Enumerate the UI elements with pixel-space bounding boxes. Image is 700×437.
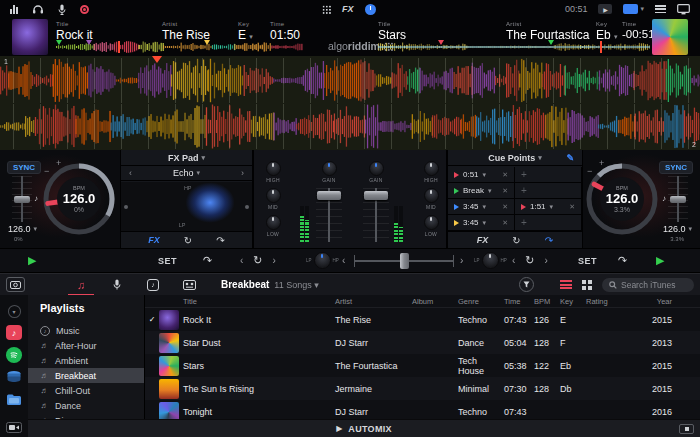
camera-icon[interactable] bbox=[6, 277, 25, 292]
automix-bar[interactable]: ▶ AUTOMIX bbox=[28, 419, 700, 437]
table-row[interactable]: Star DustDJ StarrDance05:04128F2013 bbox=[145, 331, 700, 354]
cue-delete-icon[interactable]: ✕ bbox=[502, 203, 508, 211]
deck1-gain-knob[interactable] bbox=[322, 161, 337, 176]
display-icon[interactable] bbox=[677, 4, 690, 15]
tab-music[interactable]: ♫ bbox=[63, 274, 99, 296]
table-row[interactable]: TonightDJ StarrTechno07:432016 bbox=[145, 400, 700, 419]
fx-tab[interactable]: FX bbox=[477, 235, 489, 245]
prev-effect-icon[interactable]: ‹ bbox=[129, 168, 132, 178]
deck1-time[interactable]: 01:50 bbox=[270, 28, 300, 42]
table-row[interactable]: ✓ Rock ItThe RiseTechno07:43126E2015 bbox=[145, 308, 700, 331]
cue-panel-header[interactable]: Cue Points▾✎ bbox=[448, 150, 582, 166]
deck2-key[interactable]: Eb ▾ bbox=[596, 28, 618, 42]
fx-xy-pad[interactable]: HP LP bbox=[121, 182, 252, 231]
loop-halve-icon[interactable]: ‹ bbox=[512, 255, 515, 266]
deck2-set-button[interactable]: SET bbox=[578, 256, 597, 266]
deck1-bpm-dial[interactable]: BPM126.00% bbox=[40, 160, 118, 238]
deck1-play-button[interactable]: ▶ bbox=[28, 254, 36, 267]
record-icon[interactable] bbox=[80, 5, 89, 14]
queue-list-icon[interactable] bbox=[655, 5, 666, 14]
quantize-icon[interactable] bbox=[365, 4, 376, 15]
list-view-icon[interactable] bbox=[560, 280, 572, 289]
fx-tab[interactable]: FX bbox=[148, 235, 160, 245]
automix-play-icon[interactable]: ▶ bbox=[336, 424, 342, 433]
loop-tab-icon[interactable]: ↻ bbox=[512, 235, 520, 246]
pitch-slider-handle[interactable] bbox=[670, 196, 686, 203]
deck2-gain-knob[interactable] bbox=[369, 161, 384, 176]
pitch-plus-icon[interactable]: + bbox=[599, 158, 604, 168]
deck1-sync-button[interactable]: SYNC bbox=[7, 161, 41, 174]
loop-tab-icon[interactable]: ↻ bbox=[184, 235, 192, 246]
playlist-item-breakbeat[interactable]: ♬Breakbeat bbox=[28, 368, 144, 383]
loop-double-icon[interactable]: › bbox=[545, 255, 548, 266]
tab-microphone[interactable] bbox=[99, 274, 135, 296]
playlist-item-ambient[interactable]: ♬Ambient bbox=[28, 353, 144, 368]
deck1-bend-icon[interactable]: ↷ bbox=[203, 254, 212, 267]
current-playlist-name[interactable]: Breakbeat bbox=[221, 279, 269, 290]
fx-panel-header[interactable]: FX Pad▾ bbox=[121, 150, 252, 166]
deck2-play-button[interactable]: ▶ bbox=[656, 254, 664, 267]
col-artist[interactable]: Artist bbox=[335, 297, 412, 306]
crossfade-right-icon[interactable]: › bbox=[460, 255, 463, 266]
deck2-loop-icon[interactable]: ↻ bbox=[525, 254, 534, 267]
deck2-low-knob[interactable] bbox=[424, 215, 439, 230]
cue-point[interactable]: 3:45▾✕ bbox=[448, 215, 515, 231]
deck2-mini-waveform[interactable] bbox=[378, 41, 650, 53]
deck1-low-knob[interactable] bbox=[266, 215, 281, 230]
search-input[interactable] bbox=[621, 280, 687, 290]
media-stack-icon[interactable] bbox=[6, 370, 22, 386]
crossfader[interactable] bbox=[354, 253, 454, 269]
loop-double-icon[interactable]: › bbox=[273, 255, 276, 266]
itunes-source-icon[interactable]: ♪ bbox=[6, 325, 22, 341]
cue-point[interactable]: 1:51▾✕ bbox=[515, 199, 582, 215]
bend-tab-icon[interactable]: ↷ bbox=[545, 235, 553, 246]
collapse-chevron-icon[interactable]: ▾ bbox=[8, 305, 21, 318]
loop-halve-icon[interactable]: ‹ bbox=[240, 255, 243, 266]
col-key[interactable]: Key bbox=[560, 297, 586, 306]
deck1-pitch-slider[interactable] bbox=[12, 176, 32, 222]
table-row[interactable]: StarsThe FourtasticaTech House05:38122Eb… bbox=[145, 354, 700, 377]
deck1-volume-fader[interactable] bbox=[316, 188, 342, 242]
cue-point[interactable]: 0:51▾✕ bbox=[448, 167, 515, 183]
cue-point[interactable]: Break▾✕ bbox=[448, 183, 515, 199]
cue-delete-icon[interactable]: ✕ bbox=[502, 187, 508, 195]
deck2-bpm-select[interactable]: 126.0▾ bbox=[663, 224, 692, 234]
cue-add[interactable]: + bbox=[515, 183, 582, 199]
cue-delete-icon[interactable]: ✕ bbox=[502, 219, 508, 227]
col-time[interactable]: Time bbox=[504, 297, 534, 306]
col-title[interactable]: Title bbox=[183, 297, 335, 306]
song-count[interactable]: 11 Songs ▾ bbox=[274, 280, 318, 290]
playlist-item-dance[interactable]: ♬Dance bbox=[28, 398, 144, 413]
cue-add[interactable]: + bbox=[515, 167, 582, 183]
tab-hardware[interactable] bbox=[171, 274, 207, 296]
deck2-bend-icon[interactable]: ↷ bbox=[618, 254, 627, 267]
col-rating[interactable]: Rating bbox=[586, 297, 626, 306]
deck1-filter-knob[interactable] bbox=[314, 252, 331, 269]
cue-add[interactable]: + bbox=[515, 215, 582, 231]
cue-play-icon[interactable] bbox=[454, 220, 459, 226]
crossfade-left-icon[interactable]: ‹ bbox=[342, 255, 345, 266]
deck1-mid-knob[interactable] bbox=[266, 188, 281, 203]
grid-view-icon[interactable] bbox=[582, 280, 586, 284]
deck1-high-knob[interactable] bbox=[266, 161, 281, 176]
filter-funnel-icon[interactable] bbox=[519, 277, 534, 292]
fx-effect-selector[interactable]: ‹Echo▾› bbox=[121, 166, 252, 181]
deck2-high-knob[interactable] bbox=[424, 161, 439, 176]
mic-icon[interactable] bbox=[58, 4, 66, 15]
cue-play-icon[interactable] bbox=[454, 172, 459, 178]
deck2-mid-knob[interactable] bbox=[424, 188, 439, 203]
automix-indicator-icon[interactable]: ▶ bbox=[598, 4, 612, 14]
deck1-set-button[interactable]: SET bbox=[158, 256, 177, 266]
files-folder-icon[interactable] bbox=[6, 393, 22, 408]
grid-icon[interactable] bbox=[322, 5, 331, 14]
deck1-loop-icon[interactable]: ↻ bbox=[253, 254, 262, 267]
fx-toggle[interactable]: FX bbox=[342, 4, 354, 14]
video-source-icon[interactable] bbox=[6, 422, 22, 433]
fader-handle[interactable] bbox=[317, 191, 341, 200]
deck2-volume-fader[interactable] bbox=[363, 188, 389, 242]
playlist-item-after-hour[interactable]: ♬After-Hour bbox=[28, 338, 144, 353]
table-header[interactable]: Title Artist Album Genre Time BPM Key Ra… bbox=[145, 295, 700, 308]
deck1-key[interactable]: E ▾ bbox=[238, 28, 253, 42]
fader-handle[interactable] bbox=[364, 191, 388, 200]
levels-icon[interactable] bbox=[10, 5, 18, 14]
